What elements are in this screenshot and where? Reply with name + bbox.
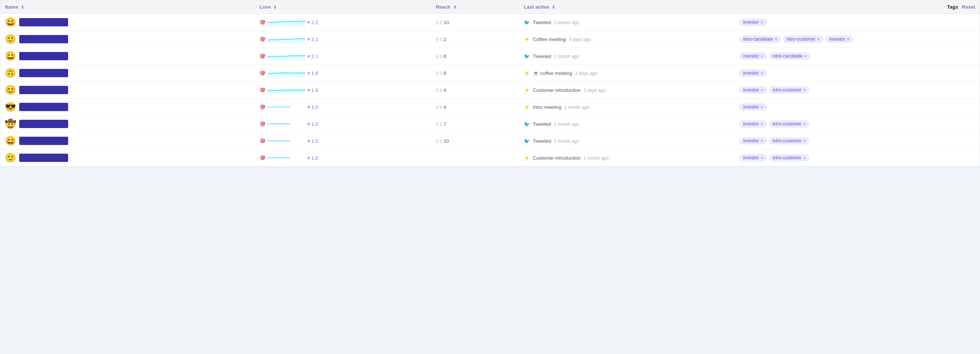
last-active-cell: 🐦 Tweeted 1 month ago: [519, 48, 735, 65]
tags-cell: investor×intro-customer×: [735, 116, 980, 132]
name-cell[interactable]: 😄: [0, 48, 255, 65]
name-bar: [19, 86, 68, 94]
tag: investor×: [825, 35, 853, 43]
name-bar: [19, 120, 68, 128]
tag-remove-button[interactable]: ×: [803, 122, 806, 126]
signal-icon: ((·)): [436, 88, 442, 92]
target-icon: 🎯: [260, 121, 265, 126]
love-sort-icon[interactable]: ⇕: [273, 5, 277, 10]
tag-remove-button[interactable]: ×: [761, 156, 763, 160]
tag-remove-button[interactable]: ×: [803, 156, 806, 160]
name-cell[interactable]: 🙂: [0, 31, 255, 48]
table-row: 😄 🎯 ♥ 2.1 ((·)) 8 🐦 Tweeted 1 month ago …: [0, 48, 980, 65]
target-icon: 🎯: [260, 70, 265, 76]
reach-value: ((·)) 10: [436, 138, 449, 144]
signal-icon: ((·)): [436, 20, 442, 24]
avatar-emoji: 😄: [5, 136, 16, 146]
time-ago: 1 month ago: [554, 54, 579, 59]
tag-label: intro-customer: [787, 37, 816, 42]
tag-remove-button[interactable]: ×: [775, 37, 777, 41]
tag-remove-button[interactable]: ×: [761, 122, 763, 126]
tag: intro-customer×: [769, 137, 810, 145]
col-header-love[interactable]: Love ⇕: [255, 0, 431, 14]
reach-cell: ((·)) 4: [431, 99, 519, 116]
activity-icon: 🐦: [524, 53, 530, 59]
reset-button[interactable]: Reset: [962, 4, 975, 10]
last-active-cell: 🐦 Tweeted 1 month ago: [519, 116, 735, 132]
name-cell[interactable]: 😄: [0, 132, 255, 150]
table-row: 😄 🎯 ♥ 1.0 ((·)) 10 🐦 Tweeted 1 month ago…: [0, 132, 980, 150]
tag-remove-button[interactable]: ×: [761, 105, 763, 109]
table-row: 😀 🎯 ♥ 2.2 ((·)) 10 🐦 Tweeted 2 weeks ago…: [0, 14, 980, 31]
tag-remove-button[interactable]: ×: [818, 37, 820, 41]
name-bar: [19, 137, 68, 145]
activity-text: Coffee meeting: [533, 37, 566, 42]
name-cell[interactable]: 😊: [0, 82, 255, 99]
tag-remove-button[interactable]: ×: [761, 88, 763, 92]
signal-icon: ((·)): [436, 54, 442, 58]
last-active-cell: ⚡ Customer introduction 1 month ago: [519, 150, 735, 166]
sparkline-chart: [267, 136, 305, 146]
name-cell[interactable]: 😀: [0, 14, 255, 31]
tag-remove-button[interactable]: ×: [761, 139, 763, 143]
name-cell[interactable]: 🤠: [0, 116, 255, 132]
tag-label: investor: [743, 88, 759, 92]
love-score: ♥ 2.1: [307, 53, 318, 59]
love-score: ♥ 1.4: [307, 88, 318, 93]
name-sort-icon[interactable]: ⇕: [21, 5, 24, 10]
last-active-cell: 🐦 Tweeted 2 weeks ago: [519, 14, 735, 31]
love-cell: 🎯 ♥ 2.2: [255, 14, 431, 31]
activity-icon: ⚡: [524, 155, 530, 161]
signal-icon: ((·)): [436, 105, 442, 109]
tag-label: intro-candidate: [743, 37, 773, 42]
love-score: ♥ 2.1: [307, 37, 318, 42]
reach-cell: ((·)) 7: [431, 116, 519, 132]
time-ago: 2 days ago: [583, 88, 606, 93]
tag: intro-candidate×: [769, 53, 811, 60]
activity-icon: ⚡: [524, 104, 530, 110]
heart-icon: ♥: [307, 53, 310, 59]
tag-remove-button[interactable]: ×: [804, 54, 807, 58]
avatar-emoji: 😄: [5, 51, 16, 61]
name-cell[interactable]: 🙃: [0, 65, 255, 82]
reach-cell: ((·)) 8: [431, 48, 519, 65]
col-header-name[interactable]: Name ⇕: [0, 0, 255, 14]
tag-label: intro-customer: [773, 88, 802, 92]
last-active-sort-icon[interactable]: ⇕: [552, 5, 555, 10]
tag: investor×: [739, 86, 767, 94]
signal-icon: ((·)): [436, 122, 442, 126]
col-header-last-active[interactable]: Last active ⇕: [519, 0, 735, 14]
activity-text: ☕ coffee meeting: [533, 70, 573, 76]
avatar-emoji: 🤠: [5, 119, 16, 129]
tag: investor×: [739, 137, 767, 145]
tag-remove-button[interactable]: ×: [761, 20, 763, 24]
tag-remove-button[interactable]: ×: [803, 88, 806, 92]
avatar-emoji: 😎: [5, 102, 16, 112]
activity-text: Intro meeting: [533, 104, 562, 110]
tag-remove-button[interactable]: ×: [761, 54, 763, 58]
tag-remove-button[interactable]: ×: [761, 71, 763, 75]
time-ago: 1 month ago: [583, 156, 609, 161]
tag-label: intro-customer: [773, 121, 802, 126]
tag-remove-button[interactable]: ×: [847, 37, 849, 41]
table-row: 🙂 🎯 ♥ 1.0 ⚡ Customer introduction 1 mont…: [0, 150, 980, 166]
name-cell[interactable]: 😎: [0, 99, 255, 116]
tag: investor×: [739, 53, 767, 60]
table-row: 🙃 🎯 ♥ 1.9 ((·)) 8 ⚡ ☕ coffee meeting 2 d…: [0, 65, 980, 82]
time-ago: 2 days ago: [575, 71, 597, 76]
love-score: ♥ 1.9: [307, 70, 318, 76]
time-ago: 1 month ago: [554, 122, 579, 127]
col-header-reach[interactable]: Reach ⇕: [431, 0, 519, 14]
target-icon: 🎯: [260, 37, 265, 42]
tag-remove-button[interactable]: ×: [803, 139, 806, 143]
avatar-emoji: 🙃: [5, 68, 16, 78]
last-active-cell: ⚡ Customer introduction 2 days ago: [519, 82, 735, 99]
reach-sort-icon[interactable]: ⇕: [453, 5, 457, 10]
reach-value: ((·)) 7: [436, 121, 446, 127]
heart-icon: ♥: [307, 121, 310, 127]
reach-value: ((·)) 2: [436, 37, 446, 42]
tag: investor×: [739, 154, 767, 161]
name-cell[interactable]: 🙂: [0, 150, 255, 166]
table-row: 😎 🎯 ♥ 1.0 ((·)) 4 ⚡ Intro meeting 1 mont…: [0, 99, 980, 116]
tag-label: investor: [743, 121, 759, 126]
